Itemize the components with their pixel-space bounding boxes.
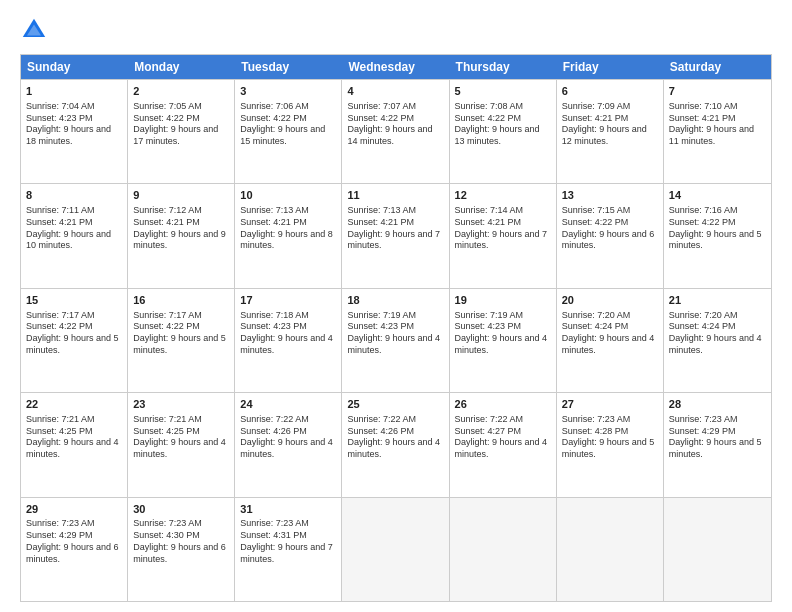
- calendar-row-1: 1Sunrise: 7:04 AMSunset: 4:23 PMDaylight…: [21, 79, 771, 183]
- calendar-cell: 19Sunrise: 7:19 AMSunset: 4:23 PMDayligh…: [450, 289, 557, 392]
- calendar-cell: 1Sunrise: 7:04 AMSunset: 4:23 PMDaylight…: [21, 80, 128, 183]
- day-details: Sunrise: 7:07 AMSunset: 4:22 PMDaylight:…: [347, 101, 443, 148]
- calendar-row-4: 22Sunrise: 7:21 AMSunset: 4:25 PMDayligh…: [21, 392, 771, 496]
- calendar-cell: 7Sunrise: 7:10 AMSunset: 4:21 PMDaylight…: [664, 80, 771, 183]
- day-details: Sunrise: 7:17 AMSunset: 4:22 PMDaylight:…: [133, 310, 229, 357]
- day-number: 15: [26, 293, 122, 308]
- day-number: 16: [133, 293, 229, 308]
- calendar-row-2: 8Sunrise: 7:11 AMSunset: 4:21 PMDaylight…: [21, 183, 771, 287]
- day-number: 24: [240, 397, 336, 412]
- day-details: Sunrise: 7:15 AMSunset: 4:22 PMDaylight:…: [562, 205, 658, 252]
- day-number: 31: [240, 502, 336, 517]
- day-details: Sunrise: 7:21 AMSunset: 4:25 PMDaylight:…: [26, 414, 122, 461]
- day-details: Sunrise: 7:20 AMSunset: 4:24 PMDaylight:…: [562, 310, 658, 357]
- calendar-cell: 27Sunrise: 7:23 AMSunset: 4:28 PMDayligh…: [557, 393, 664, 496]
- day-details: Sunrise: 7:23 AMSunset: 4:29 PMDaylight:…: [26, 518, 122, 565]
- calendar-cell: 13Sunrise: 7:15 AMSunset: 4:22 PMDayligh…: [557, 184, 664, 287]
- calendar-row-3: 15Sunrise: 7:17 AMSunset: 4:22 PMDayligh…: [21, 288, 771, 392]
- day-number: 14: [669, 188, 766, 203]
- day-number: 13: [562, 188, 658, 203]
- calendar-cell: [664, 498, 771, 601]
- header: [20, 16, 772, 44]
- calendar-cell: 14Sunrise: 7:16 AMSunset: 4:22 PMDayligh…: [664, 184, 771, 287]
- calendar-cell: 3Sunrise: 7:06 AMSunset: 4:22 PMDaylight…: [235, 80, 342, 183]
- day-details: Sunrise: 7:20 AMSunset: 4:24 PMDaylight:…: [669, 310, 766, 357]
- calendar-cell: [450, 498, 557, 601]
- day-details: Sunrise: 7:22 AMSunset: 4:27 PMDaylight:…: [455, 414, 551, 461]
- day-number: 8: [26, 188, 122, 203]
- day-number: 10: [240, 188, 336, 203]
- page: SundayMondayTuesdayWednesdayThursdayFrid…: [0, 0, 792, 612]
- day-details: Sunrise: 7:10 AMSunset: 4:21 PMDaylight:…: [669, 101, 766, 148]
- day-details: Sunrise: 7:21 AMSunset: 4:25 PMDaylight:…: [133, 414, 229, 461]
- calendar-cell: 16Sunrise: 7:17 AMSunset: 4:22 PMDayligh…: [128, 289, 235, 392]
- calendar-cell: 31Sunrise: 7:23 AMSunset: 4:31 PMDayligh…: [235, 498, 342, 601]
- day-number: 4: [347, 84, 443, 99]
- calendar-cell: 24Sunrise: 7:22 AMSunset: 4:26 PMDayligh…: [235, 393, 342, 496]
- header-day-thursday: Thursday: [450, 55, 557, 79]
- calendar-cell: 17Sunrise: 7:18 AMSunset: 4:23 PMDayligh…: [235, 289, 342, 392]
- day-number: 5: [455, 84, 551, 99]
- day-details: Sunrise: 7:23 AMSunset: 4:31 PMDaylight:…: [240, 518, 336, 565]
- day-number: 17: [240, 293, 336, 308]
- day-number: 18: [347, 293, 443, 308]
- calendar-cell: [557, 498, 664, 601]
- day-number: 9: [133, 188, 229, 203]
- calendar-cell: 22Sunrise: 7:21 AMSunset: 4:25 PMDayligh…: [21, 393, 128, 496]
- calendar-body: 1Sunrise: 7:04 AMSunset: 4:23 PMDaylight…: [21, 79, 771, 601]
- day-number: 6: [562, 84, 658, 99]
- day-details: Sunrise: 7:23 AMSunset: 4:28 PMDaylight:…: [562, 414, 658, 461]
- header-day-sunday: Sunday: [21, 55, 128, 79]
- day-number: 26: [455, 397, 551, 412]
- day-details: Sunrise: 7:16 AMSunset: 4:22 PMDaylight:…: [669, 205, 766, 252]
- day-number: 21: [669, 293, 766, 308]
- calendar-cell: 5Sunrise: 7:08 AMSunset: 4:22 PMDaylight…: [450, 80, 557, 183]
- day-number: 11: [347, 188, 443, 203]
- day-details: Sunrise: 7:11 AMSunset: 4:21 PMDaylight:…: [26, 205, 122, 252]
- day-details: Sunrise: 7:12 AMSunset: 4:21 PMDaylight:…: [133, 205, 229, 252]
- calendar-cell: 28Sunrise: 7:23 AMSunset: 4:29 PMDayligh…: [664, 393, 771, 496]
- day-details: Sunrise: 7:19 AMSunset: 4:23 PMDaylight:…: [455, 310, 551, 357]
- header-day-saturday: Saturday: [664, 55, 771, 79]
- calendar-cell: 18Sunrise: 7:19 AMSunset: 4:23 PMDayligh…: [342, 289, 449, 392]
- calendar-cell: 11Sunrise: 7:13 AMSunset: 4:21 PMDayligh…: [342, 184, 449, 287]
- calendar-cell: 15Sunrise: 7:17 AMSunset: 4:22 PMDayligh…: [21, 289, 128, 392]
- day-number: 20: [562, 293, 658, 308]
- day-number: 30: [133, 502, 229, 517]
- day-details: Sunrise: 7:06 AMSunset: 4:22 PMDaylight:…: [240, 101, 336, 148]
- day-details: Sunrise: 7:08 AMSunset: 4:22 PMDaylight:…: [455, 101, 551, 148]
- calendar-row-5: 29Sunrise: 7:23 AMSunset: 4:29 PMDayligh…: [21, 497, 771, 601]
- day-number: 22: [26, 397, 122, 412]
- day-details: Sunrise: 7:23 AMSunset: 4:30 PMDaylight:…: [133, 518, 229, 565]
- header-day-wednesday: Wednesday: [342, 55, 449, 79]
- header-day-friday: Friday: [557, 55, 664, 79]
- calendar-cell: 8Sunrise: 7:11 AMSunset: 4:21 PMDaylight…: [21, 184, 128, 287]
- logo-icon: [20, 16, 48, 44]
- header-day-tuesday: Tuesday: [235, 55, 342, 79]
- calendar-cell: 21Sunrise: 7:20 AMSunset: 4:24 PMDayligh…: [664, 289, 771, 392]
- day-details: Sunrise: 7:13 AMSunset: 4:21 PMDaylight:…: [240, 205, 336, 252]
- calendar-cell: 23Sunrise: 7:21 AMSunset: 4:25 PMDayligh…: [128, 393, 235, 496]
- calendar-cell: 12Sunrise: 7:14 AMSunset: 4:21 PMDayligh…: [450, 184, 557, 287]
- day-number: 19: [455, 293, 551, 308]
- calendar-cell: 30Sunrise: 7:23 AMSunset: 4:30 PMDayligh…: [128, 498, 235, 601]
- day-number: 1: [26, 84, 122, 99]
- day-details: Sunrise: 7:18 AMSunset: 4:23 PMDaylight:…: [240, 310, 336, 357]
- day-details: Sunrise: 7:04 AMSunset: 4:23 PMDaylight:…: [26, 101, 122, 148]
- day-details: Sunrise: 7:05 AMSunset: 4:22 PMDaylight:…: [133, 101, 229, 148]
- calendar-cell: 4Sunrise: 7:07 AMSunset: 4:22 PMDaylight…: [342, 80, 449, 183]
- calendar-cell: 9Sunrise: 7:12 AMSunset: 4:21 PMDaylight…: [128, 184, 235, 287]
- day-number: 23: [133, 397, 229, 412]
- day-number: 28: [669, 397, 766, 412]
- calendar-header: SundayMondayTuesdayWednesdayThursdayFrid…: [21, 55, 771, 79]
- day-number: 3: [240, 84, 336, 99]
- day-details: Sunrise: 7:17 AMSunset: 4:22 PMDaylight:…: [26, 310, 122, 357]
- day-details: Sunrise: 7:09 AMSunset: 4:21 PMDaylight:…: [562, 101, 658, 148]
- day-details: Sunrise: 7:22 AMSunset: 4:26 PMDaylight:…: [240, 414, 336, 461]
- day-details: Sunrise: 7:14 AMSunset: 4:21 PMDaylight:…: [455, 205, 551, 252]
- calendar: SundayMondayTuesdayWednesdayThursdayFrid…: [20, 54, 772, 602]
- calendar-cell: 2Sunrise: 7:05 AMSunset: 4:22 PMDaylight…: [128, 80, 235, 183]
- calendar-cell: 10Sunrise: 7:13 AMSunset: 4:21 PMDayligh…: [235, 184, 342, 287]
- day-details: Sunrise: 7:13 AMSunset: 4:21 PMDaylight:…: [347, 205, 443, 252]
- day-number: 12: [455, 188, 551, 203]
